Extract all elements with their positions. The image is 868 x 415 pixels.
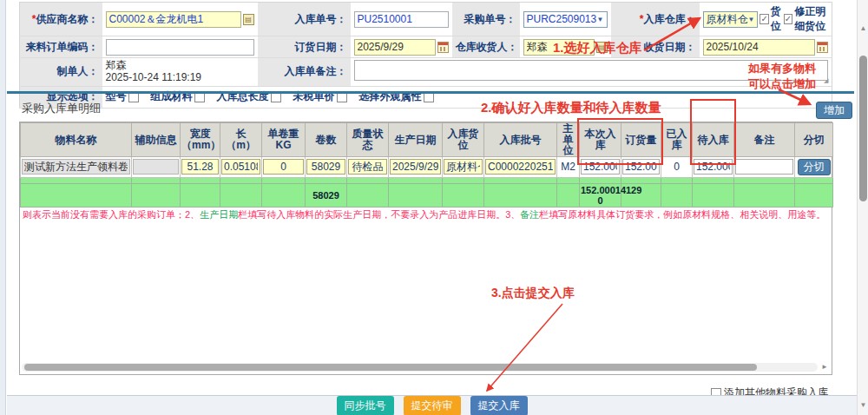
fix-detail-location-label: 修正明细货位	[794, 4, 828, 34]
col-width: 宽度 （mm）	[181, 123, 220, 157]
col-unit: 主 单位	[557, 123, 580, 157]
receiver-input[interactable]	[523, 39, 595, 56]
location-input[interactable]	[444, 159, 483, 175]
dropdown-arrow-icon: ▼	[597, 16, 604, 23]
roll-weight-input[interactable]	[263, 159, 304, 175]
col-qty-order: 订货量	[621, 123, 661, 157]
supplier-label: *供应商名称：	[20, 3, 102, 36]
green-totals-row: 58029 152.00014129 0	[21, 183, 833, 207]
quality-input[interactable]	[348, 159, 387, 175]
rolls-input[interactable]	[306, 159, 345, 175]
note-segment: 则表示当前没有需要入库的采购订单；2、	[23, 209, 200, 220]
creator-label: 制单人：	[20, 58, 102, 87]
receive-date-input[interactable]	[703, 39, 816, 56]
col-quality: 质量状态	[347, 123, 389, 157]
cargo-location-label: 货位	[771, 4, 782, 34]
col-batch: 入库批号	[484, 123, 557, 157]
cargo-location-checkbox[interactable]: ✓	[760, 14, 768, 24]
scroll-up-icon[interactable]: ▲	[858, 24, 868, 33]
inbound-no-input[interactable]	[354, 11, 449, 28]
detail-header-row: 物料名称 辅助信息 宽度 （mm） 长 （m） 单卷重 KG 卷数 质量状态 生…	[21, 123, 833, 157]
total-inbound-qty: 152.00014129 0	[580, 183, 621, 207]
green-spacer-row	[21, 177, 833, 183]
purchase-no-select[interactable]: PURC2509013 ▼	[523, 11, 608, 28]
col-qty-wait: 待入库	[693, 123, 734, 157]
prod-date-input[interactable]	[390, 159, 441, 175]
calendar-icon[interactable]	[437, 42, 449, 53]
warehouse-label: *入库仓库：	[611, 3, 700, 36]
supplier-input[interactable]	[106, 11, 241, 28]
col-qty-in: 本次入库	[580, 123, 621, 157]
qty-order-input[interactable]	[622, 159, 660, 175]
vertical-scrollbar-thumb[interactable]	[859, 56, 867, 201]
add-row-button[interactable]: 增加	[816, 102, 852, 119]
aux-info-input[interactable]	[133, 159, 179, 175]
note-segment-highlight: 备注	[520, 209, 539, 220]
creator-name: 郑森	[106, 60, 254, 72]
order-date-label: 订货日期：	[258, 36, 351, 58]
horizontal-scrollbar[interactable]	[22, 363, 818, 372]
left-edge-strip	[0, 0, 6, 415]
note-segment-highlight: 生产日期	[200, 209, 238, 220]
col-location: 入库货位	[443, 123, 484, 157]
unit-value: M2	[557, 156, 580, 177]
col-qty-done: 已入库	[661, 123, 693, 157]
order-remark-label: 入库单备注：	[258, 58, 351, 87]
detail-data-row: M2 0 分切	[21, 156, 833, 177]
submit-inbound-button[interactable]: 提交入库	[470, 396, 528, 415]
length-input[interactable]	[221, 159, 260, 175]
col-roll-weight: 单卷重 KG	[262, 123, 306, 157]
col-aux-info: 辅助信息	[132, 123, 181, 157]
receiver-lookup-icon[interactable]: ▤	[596, 42, 608, 53]
split-button[interactable]: 分切	[798, 159, 831, 175]
col-length: 长 （m）	[220, 123, 262, 157]
resize-handle-icon[interactable]: ◢	[824, 77, 830, 83]
detail-table: 物料名称 辅助信息 宽度 （mm） 长 （m） 单卷重 KG 卷数 质量状态 生…	[20, 122, 833, 208]
section-divider	[7, 91, 854, 94]
note-segment: 栏填写待入库物料的实际生产日期，不要录入为产品进库日期。3、	[238, 209, 520, 220]
receive-date-label: 收货日期：	[611, 36, 700, 58]
total-rolls: 58029	[306, 183, 347, 207]
scroll-down-icon[interactable]: ▼	[858, 401, 868, 410]
col-rolls: 卷数	[306, 123, 347, 157]
qty-in-input[interactable]	[581, 159, 620, 175]
qty-done-value: 0	[661, 156, 693, 177]
sync-batch-button[interactable]: 同步批号	[337, 396, 394, 415]
horizontal-scrollbar-thumb[interactable]	[24, 364, 757, 371]
scroll-right-icon[interactable]: ►	[821, 363, 828, 372]
dropdown-arrow-icon: ▼	[748, 16, 755, 23]
supplier-lookup-icon[interactable]: ▤	[243, 14, 254, 25]
submit-review-button[interactable]: 提交待审	[404, 396, 461, 415]
calendar-icon[interactable]	[817, 42, 828, 53]
detail-table-panel: 物料名称 辅助信息 宽度 （mm） 长 （m） 单卷重 KG 卷数 质量状态 生…	[19, 122, 832, 375]
width-input[interactable]	[181, 159, 219, 175]
instruction-note: 则表示当前没有需要入库的采购订单；2、生产日期栏填写待入库物料的实际生产日期，不…	[20, 208, 832, 222]
order-date-input[interactable]	[354, 39, 436, 56]
vertical-scrollbar[interactable]: ▲ ▼	[857, 0, 868, 415]
purchase-no-label: 采购单号：	[452, 3, 520, 36]
incoming-order-input[interactable]	[106, 39, 254, 56]
col-material: 物料名称	[21, 123, 132, 157]
creator-datetime: 2025-10-24 11:19:19	[106, 72, 254, 84]
batch-input[interactable]	[485, 159, 556, 175]
col-remark: 备注	[734, 123, 795, 157]
material-name-input[interactable]	[22, 159, 130, 175]
qty-wait-input[interactable]	[694, 159, 733, 175]
col-split: 分切	[795, 123, 833, 157]
row-remark-input[interactable]	[735, 159, 793, 175]
inbound-no-label: 入库单号：	[258, 3, 351, 36]
warehouse-select[interactable]: 原材料仓 ▼	[703, 11, 759, 28]
receiver-label: 仓库收货人：	[452, 36, 520, 58]
incoming-order-label: 来料订单编码：	[20, 36, 102, 58]
fix-detail-location-checkbox[interactable]: ✓	[784, 14, 792, 24]
footer-toolbar: 同步批号 提交待审 提交入库	[7, 395, 857, 415]
note-segment: 栏填写原材料具体订货要求，例如原材料规格、相关说明、用途等。	[539, 209, 825, 220]
detail-section-title: 采购入库单明细	[22, 101, 101, 116]
col-prod-date: 生产日期	[389, 123, 443, 157]
order-remark-textarea[interactable]	[354, 60, 829, 81]
